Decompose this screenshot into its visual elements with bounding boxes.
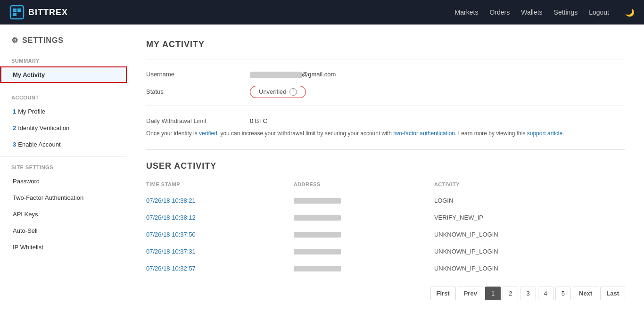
sidebar-item-password[interactable]: Password (0, 173, 127, 189)
top-navigation: BITTREX Markets Orders Wallets Settings … (0, 0, 644, 25)
next-button[interactable]: Next (573, 287, 598, 300)
cell-address (294, 226, 434, 243)
nav-settings[interactable]: Settings (554, 8, 578, 16)
last-button[interactable]: Last (600, 287, 625, 300)
table-row: 07/26/18 10:38:21 LOGIN (146, 192, 625, 209)
username-label: Username (146, 71, 250, 78)
status-badge: Unverified i (250, 86, 306, 98)
svg-rect-3 (13, 13, 17, 16)
section-divider-2 (146, 106, 625, 106)
section-divider-3 (146, 149, 625, 150)
sidebar-item-label: My Profile (18, 108, 45, 115)
svg-rect-2 (17, 8, 21, 12)
nav-logout[interactable]: Logout (589, 8, 609, 16)
page-4-button[interactable]: 4 (538, 287, 553, 300)
withdrawal-label: Daily Withdrawal Limit (146, 117, 250, 124)
sidebar: ⚙ SETTINGS SUMMARY My Activity ACCOUNT 1… (0, 25, 127, 312)
pagination: First Prev 1 2 3 4 5 Next Last (146, 277, 625, 300)
sidebar-item-label: API Keys (13, 211, 38, 218)
sidebar-item-identity-verification[interactable]: 2 Identity Verification (0, 120, 127, 136)
svg-rect-1 (13, 8, 17, 12)
prev-button[interactable]: Prev (458, 287, 483, 300)
activity-section-title: MY ACTIVITY (146, 40, 625, 49)
sidebar-item-label: Enable Account (18, 141, 60, 148)
step-num-1: 1 (13, 108, 16, 115)
nav-markets[interactable]: Markets (455, 8, 479, 16)
step-num-2: 2 (13, 124, 16, 131)
username-row: Username @gmail.com (146, 71, 625, 78)
col-timestamp: TIME STAMP (146, 179, 294, 192)
two-factor-link[interactable]: two-factor authentication (393, 130, 455, 137)
page-1-button[interactable]: 1 (485, 287, 501, 300)
col-address: ADDRESS (294, 179, 434, 192)
cell-timestamp: 07/26/18 10:37:50 (146, 226, 294, 243)
sidebar-title-text: SETTINGS (22, 36, 64, 45)
table-row: 07/26/18 10:37:31 UNKNOWN_IP_LOGIN (146, 243, 625, 260)
nav-orders[interactable]: Orders (489, 8, 510, 16)
withdrawal-row: Daily Withdrawal Limit 0 BTC (146, 117, 625, 124)
address-blurred (294, 232, 341, 238)
cell-address (294, 260, 434, 277)
nav-wallets[interactable]: Wallets (521, 8, 542, 16)
username-value: @gmail.com (250, 71, 336, 78)
address-blurred (294, 249, 341, 255)
info-icon[interactable]: i (289, 88, 297, 96)
cell-activity: UNKNOWN_IP_LOGIN (434, 226, 625, 243)
sidebar-item-label: My Activity (13, 71, 45, 78)
svg-rect-0 (10, 6, 24, 19)
sidebar-item-my-activity[interactable]: My Activity (0, 66, 127, 83)
cell-activity: VERIFY_NEW_IP (434, 209, 625, 226)
status-value: Unverified i (250, 86, 306, 98)
address-blurred (294, 198, 341, 204)
cell-timestamp: 07/26/18 10:37:31 (146, 243, 294, 260)
address-blurred (294, 215, 341, 221)
logo-icon (9, 5, 25, 20)
page-2-button[interactable]: 2 (503, 287, 518, 300)
sidebar-item-two-factor[interactable]: Two-Factor Authentication (0, 189, 127, 206)
address-blurred (294, 266, 341, 271)
cell-address (294, 209, 434, 226)
page-5-button[interactable]: 5 (555, 287, 571, 300)
sidebar-item-api-keys[interactable]: API Keys (0, 206, 127, 222)
first-button[interactable]: First (430, 287, 456, 300)
support-link[interactable]: support article (527, 130, 562, 137)
withdrawal-section: Daily Withdrawal Limit 0 BTC Once your i… (146, 117, 625, 138)
verified-link[interactable]: verified (199, 130, 217, 137)
logo: BITTREX (9, 5, 68, 20)
status-label: Status (146, 88, 250, 95)
username-blurred (250, 72, 302, 78)
sidebar-item-my-profile[interactable]: 1 My Profile (0, 103, 127, 120)
cell-address (294, 243, 434, 260)
sidebar-section-summary: SUMMARY (0, 54, 127, 66)
main-content: MY ACTIVITY Username @gmail.com Status U… (127, 25, 644, 312)
table-body: 07/26/18 10:38:21 LOGIN 07/26/18 10:38:1… (146, 192, 625, 277)
status-row: Status Unverified i (146, 86, 625, 98)
user-activity-title: USER ACTIVITY (146, 161, 625, 171)
table-header: TIME STAMP ADDRESS ACTIVITY (146, 179, 625, 192)
sidebar-divider-1 (0, 87, 127, 87)
nav-links: Markets Orders Wallets Settings Logout 🌙 (455, 8, 635, 17)
table-row: 07/26/18 10:32:57 UNKNOWN_IP_LOGIN (146, 260, 625, 277)
section-divider-1 (146, 59, 625, 59)
sidebar-section-site-settings: SITE SETTINGS (0, 161, 127, 173)
col-activity: ACTIVITY (434, 179, 625, 192)
sidebar-item-enable-account[interactable]: 3 Enable Account (0, 136, 127, 153)
withdrawal-note: Once your identity is verified, you can … (146, 129, 570, 138)
table-row: 07/26/18 10:37:50 UNKNOWN_IP_LOGIN (146, 226, 625, 243)
status-text: Unverified (259, 88, 287, 95)
logo-text: BITTREX (28, 8, 68, 17)
page-3-button[interactable]: 3 (520, 287, 536, 300)
cell-timestamp: 07/26/18 10:38:21 (146, 192, 294, 209)
cell-timestamp: 07/26/18 10:38:12 (146, 209, 294, 226)
cell-address (294, 192, 434, 209)
sidebar-item-auto-sell[interactable]: Auto-Sell (0, 222, 127, 239)
activity-table: TIME STAMP ADDRESS ACTIVITY 07/26/18 10:… (146, 179, 625, 277)
sidebar-item-ip-whitelist[interactable]: IP Whitelist (0, 239, 127, 255)
theme-toggle-icon[interactable]: 🌙 (625, 8, 635, 17)
table-row: 07/26/18 10:38:12 VERIFY_NEW_IP (146, 209, 625, 226)
withdrawal-value: 0 BTC (250, 117, 267, 124)
sidebar-title: ⚙ SETTINGS (0, 36, 127, 54)
sidebar-item-label: IP Whitelist (13, 244, 43, 251)
sidebar-item-label: Password (13, 178, 40, 185)
sidebar-item-label: Two-Factor Authentication (13, 194, 83, 201)
